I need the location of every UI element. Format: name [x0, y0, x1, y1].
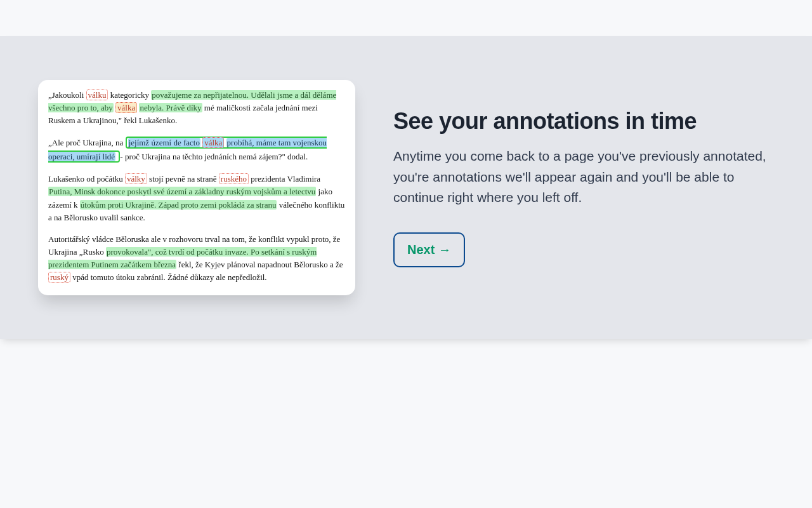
vocab-highlight[interactable]: válka: [202, 137, 224, 148]
highlight[interactable]: nebyla. Právě díky: [139, 103, 202, 112]
article-paragraph: Autoritářský vládce Běloruska ale v rozh…: [48, 233, 345, 284]
vocab-highlight[interactable]: války: [125, 173, 147, 184]
text: vpád tomuto útoku zabránil. Žádné důkazy…: [72, 272, 266, 282]
feature-description: Anytime you come back to a page you've p…: [393, 146, 768, 208]
article-paragraph: „Ale proč Ukrajina, na jejímž území de f…: [48, 136, 345, 164]
text: stojí pevně na straně: [149, 174, 219, 184]
feature-panel: „Jakoukoli válku kategoricky považujeme …: [0, 36, 812, 339]
article-paragraph: Lukašenko od počátku války stojí pevně n…: [48, 173, 345, 224]
highlight[interactable]: jejímž území de facto: [128, 138, 200, 147]
feature-copy: See your annotations in time Anytime you…: [393, 108, 780, 267]
text: „Jakoukoli: [48, 90, 86, 100]
annotated-article-card: „Jakoukoli válku kategoricky považujeme …: [38, 80, 355, 296]
text: Lukašenko od počátku: [48, 174, 125, 184]
highlight[interactable]: útokům proti Ukrajině. Západ proto zemi …: [80, 200, 277, 210]
next-button-label: Next →: [407, 243, 451, 257]
vocab-highlight[interactable]: ruského: [219, 173, 249, 184]
feature-heading: See your annotations in time: [393, 108, 768, 135]
text: řekl, že Kyjev plánoval napadnout Běloru…: [178, 260, 343, 269]
article-paragraph: „Jakoukoli válku kategoricky považujeme …: [48, 89, 345, 127]
next-button[interactable]: Next →: [393, 232, 465, 267]
vocab-highlight[interactable]: válku: [86, 90, 108, 100]
highlight[interactable]: Putina, Minsk dokonce poskytl své území …: [48, 187, 316, 196]
text: kategoricky: [110, 90, 152, 100]
text: - proč Ukrajina na těchto jednáních nemá…: [120, 152, 308, 161]
vocab-highlight[interactable]: ruský: [48, 272, 70, 283]
text: „Ale proč Ukrajina, na: [48, 138, 126, 147]
text: prezidenta Vladimira: [251, 174, 320, 184]
vocab-highlight[interactable]: válka: [115, 102, 137, 113]
